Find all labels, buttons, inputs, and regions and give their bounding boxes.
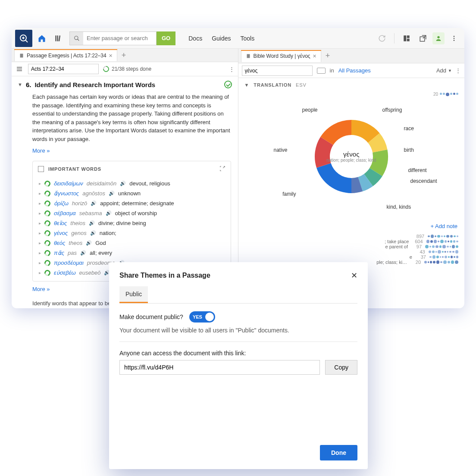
svg-point-14 bbox=[437, 36, 439, 38]
more-link[interactable]: More » bbox=[12, 147, 238, 158]
home-icon[interactable] bbox=[35, 31, 49, 45]
audio-icon[interactable]: 🔊 bbox=[90, 230, 96, 236]
sparkline bbox=[428, 235, 458, 238]
sparkline-row[interactable]: 43 bbox=[244, 249, 459, 254]
sparkline-top: 20 bbox=[433, 92, 458, 97]
nav-docs[interactable]: Docs bbox=[188, 35, 202, 42]
nav-guides[interactable]: Guides bbox=[212, 35, 231, 42]
top-nav: Docs Guides Tools bbox=[188, 35, 254, 42]
sparkline bbox=[426, 240, 459, 243]
steps-indicator[interactable]: 21/38 steps done bbox=[103, 66, 151, 72]
greek-word: θεῖος bbox=[54, 220, 67, 226]
user-avatar[interactable] bbox=[432, 32, 445, 44]
sparkline-row[interactable]: e parent of97 bbox=[244, 244, 459, 249]
sparkline-row[interactable]: 897 bbox=[244, 234, 459, 239]
word-row[interactable]: ▸ σέβασμα sebasma 🔊 object of worship bbox=[33, 208, 231, 218]
doc-icon bbox=[19, 53, 24, 58]
popout-icon[interactable] bbox=[416, 31, 430, 45]
audio-icon[interactable]: 🔊 bbox=[106, 210, 112, 216]
svg-point-15 bbox=[454, 36, 455, 37]
svg-point-7 bbox=[74, 36, 78, 39]
sparkline bbox=[429, 255, 458, 258]
gloss: appoint; determine; designate bbox=[100, 200, 174, 207]
progress-ring-icon bbox=[43, 269, 51, 277]
audio-icon[interactable]: 🔊 bbox=[86, 240, 92, 246]
kebab-icon[interactable]: ⋮ bbox=[229, 66, 235, 72]
word-row[interactable]: ▸ δεισιδαίμων deisidaimōn 🔊 devout, reli… bbox=[33, 178, 231, 188]
go-button[interactable]: GO bbox=[157, 31, 175, 45]
word-row[interactable]: ▸ θεῖος theios 🔊 divine; divine being bbox=[33, 218, 231, 228]
word-row[interactable]: ▸ θεός theos 🔊 God bbox=[33, 238, 231, 248]
close-icon[interactable]: × bbox=[313, 53, 316, 60]
add-tab-button[interactable]: + bbox=[326, 51, 330, 60]
tab-public[interactable]: Public bbox=[119, 286, 148, 303]
sparkline-row[interactable]: ; take place604 bbox=[244, 239, 459, 244]
chart-label[interactable]: different bbox=[408, 167, 427, 173]
app-logo[interactable] bbox=[15, 30, 32, 47]
done-button[interactable]: Done bbox=[320, 445, 357, 460]
chevron-right-icon: ▸ bbox=[39, 231, 41, 235]
donut-chart[interactable]: 20 γένος nation; people; class; kind peo… bbox=[244, 92, 459, 221]
passage-input[interactable] bbox=[28, 64, 99, 74]
copy-button[interactable]: Copy bbox=[325, 360, 357, 375]
public-toggle[interactable]: YES bbox=[189, 311, 215, 323]
word-row[interactable]: ▸ γένος genos 🔊 nation; bbox=[33, 228, 231, 238]
book-icon bbox=[246, 53, 251, 59]
progress-ring-icon bbox=[43, 229, 51, 237]
share-link-input[interactable] bbox=[119, 360, 320, 375]
audio-icon[interactable]: 🔊 bbox=[109, 191, 115, 196]
share-modal: Share Themes in a Passage ✕ Public Make … bbox=[109, 262, 368, 469]
section-title: Identify and Research Important Words bbox=[34, 81, 155, 88]
layout-icon[interactable] bbox=[400, 31, 413, 45]
chart-label[interactable]: people bbox=[302, 107, 317, 113]
modal-title: Share Themes in a Passage bbox=[119, 272, 210, 279]
greek-word: ὁρίζω bbox=[54, 200, 69, 207]
word-row[interactable]: ▸ ὁρίζω horizō 🔊 appoint; determine; des… bbox=[33, 198, 231, 208]
chevron-right-icon: ▸ bbox=[39, 241, 41, 245]
close-icon[interactable]: ✕ bbox=[351, 271, 357, 280]
kebab-icon[interactable]: ⋮ bbox=[455, 67, 461, 74]
word-input[interactable] bbox=[242, 66, 313, 76]
tab-passage-exegesis[interactable]: Passage Exegesis | Acts 17:22–34 × bbox=[14, 49, 117, 61]
audio-icon[interactable]: 🔊 bbox=[91, 200, 97, 206]
add-dropdown[interactable]: Add ▼ bbox=[436, 67, 452, 74]
audio-icon[interactable]: 🔊 bbox=[89, 220, 95, 226]
chart-label[interactable]: offspring bbox=[382, 107, 402, 113]
chart-label[interactable]: birth bbox=[404, 147, 414, 153]
keyboard-icon[interactable] bbox=[317, 68, 326, 74]
chevron-right-icon: ▸ bbox=[39, 260, 41, 265]
word-row[interactable]: ▸ πᾶς pas 🔊 all; every bbox=[33, 248, 231, 258]
hamburger-icon[interactable] bbox=[15, 62, 24, 76]
translation-header[interactable]: ▼ TRANSLATION ESV bbox=[238, 78, 465, 92]
search-input[interactable] bbox=[83, 31, 157, 45]
chart-label[interactable]: race bbox=[404, 125, 414, 132]
audio-icon[interactable]: 🔊 bbox=[120, 181, 126, 186]
svg-line-1 bbox=[25, 40, 28, 42]
sparkline-row[interactable]: e37 bbox=[244, 254, 459, 260]
kebab-icon[interactable] bbox=[447, 31, 461, 45]
tab-word-study[interactable]: Bible Word Study | γένος × bbox=[241, 50, 321, 62]
close-icon[interactable]: × bbox=[109, 52, 113, 59]
transliteration: genos bbox=[71, 230, 86, 236]
scope-link[interactable]: All Passages bbox=[338, 67, 371, 74]
expand-icon[interactable] bbox=[219, 166, 225, 172]
svg-rect-23 bbox=[247, 54, 250, 58]
add-note-link[interactable]: + Add note bbox=[238, 221, 465, 231]
greek-word: θεός bbox=[54, 240, 65, 246]
nav-tools[interactable]: Tools bbox=[241, 35, 255, 42]
section-body: Each passage has certain key words or id… bbox=[12, 93, 238, 147]
sync-icon[interactable] bbox=[375, 31, 389, 45]
library-icon[interactable] bbox=[51, 31, 65, 45]
donut-slice[interactable] bbox=[316, 163, 351, 193]
section-header[interactable]: ▼ 6. Identify and Research Important Wor… bbox=[12, 76, 238, 93]
chart-label[interactable]: native bbox=[273, 147, 287, 153]
word-row[interactable]: ▸ ἄγνωστος agnōstos 🔊 unknown bbox=[33, 188, 231, 198]
tab-label: Passage Exegesis | Acts 17:22–34 bbox=[27, 53, 106, 59]
audio-icon[interactable]: 🔊 bbox=[80, 250, 86, 256]
add-tab-button[interactable]: + bbox=[122, 51, 126, 60]
search-icon[interactable] bbox=[69, 31, 83, 45]
chart-label[interactable]: descendant bbox=[410, 178, 437, 184]
transliteration: pas bbox=[68, 250, 77, 256]
chart-label[interactable]: family bbox=[282, 191, 296, 197]
chart-label[interactable]: kind, kinds bbox=[387, 204, 411, 210]
